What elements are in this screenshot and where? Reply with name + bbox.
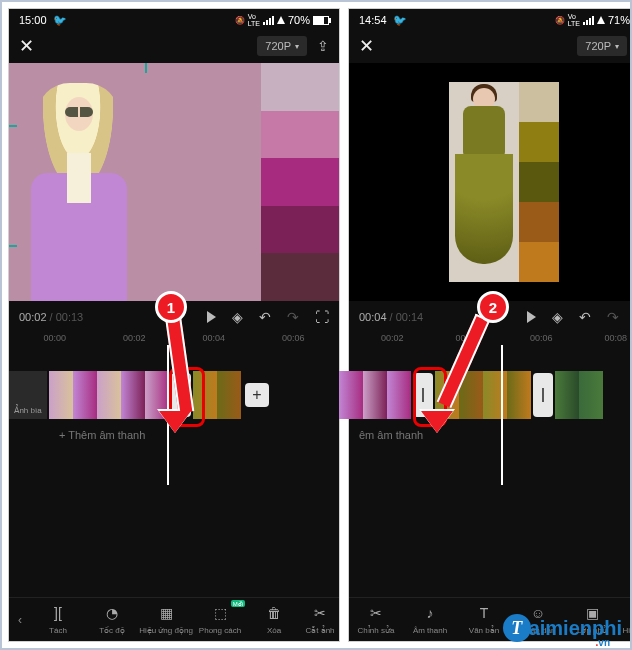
speed-icon: ◔ xyxy=(103,604,121,622)
status-bar: 15:00 🐦 🔕 VoLTE 70% xyxy=(9,9,339,29)
tool-delete[interactable]: 🗑Xóa xyxy=(247,604,301,635)
callout-badge-2: 2 xyxy=(477,291,509,323)
editor-topbar: ✕ 720P▾ ⇪ xyxy=(9,29,339,63)
transition-button-2[interactable] xyxy=(533,373,553,417)
chevron-down-icon: ▾ xyxy=(615,42,619,51)
lte-icon: VoLTE xyxy=(568,13,580,27)
phone-right: 14:54 🐦 🔕 VoLTE 71% ✕ 720P▾ ⇪ xyxy=(348,8,632,642)
resolution-selector[interactable]: 720P▾ xyxy=(257,36,307,56)
tool-crop[interactable]: ✂Cắt ảnh xyxy=(301,604,339,635)
color-swatches xyxy=(261,63,339,301)
mute-icon: 🔕 xyxy=(235,16,245,25)
preview-area[interactable] xyxy=(9,63,339,301)
redo-icon[interactable]: ↷ xyxy=(287,309,299,325)
signal-icon xyxy=(583,16,594,25)
text-icon: T xyxy=(475,604,493,622)
tutorial-frame: 15:00 🐦 🔕 VoLTE 70% ✕ 720P▾ ⇪ xyxy=(0,0,632,650)
add-audio-button[interactable]: êm âm thanh xyxy=(359,429,423,441)
close-icon[interactable]: ✕ xyxy=(359,35,374,57)
total-time: / 00:14 xyxy=(390,311,424,323)
crop-icon: ✂ xyxy=(311,604,329,622)
total-time: / 00:13 xyxy=(50,311,84,323)
status-bar: 14:54 🐦 🔕 VoLTE 71% xyxy=(349,9,632,29)
editor-topbar: ✕ 720P▾ ⇪ xyxy=(349,29,632,63)
undo-icon[interactable]: ↶ xyxy=(259,309,271,325)
battery-pct: 70% xyxy=(288,14,310,26)
play-icon[interactable] xyxy=(527,311,536,323)
fullscreen-icon[interactable]: ⛶ xyxy=(315,309,329,325)
chevron-down-icon: ▾ xyxy=(295,42,299,51)
clip-3[interactable] xyxy=(555,371,603,419)
playhead[interactable] xyxy=(501,345,503,485)
resolution-selector[interactable]: 720P▾ xyxy=(577,36,627,56)
split-icon: ][ xyxy=(49,604,67,622)
color-swatches xyxy=(519,82,559,282)
back-icon[interactable]: ‹ xyxy=(9,613,31,627)
tool-audio[interactable]: ♪Âm thanh xyxy=(403,604,457,635)
delete-icon: 🗑 xyxy=(265,604,283,622)
undo-icon[interactable]: ↶ xyxy=(579,309,591,325)
style-icon: ⬚ xyxy=(211,604,229,622)
preview-area[interactable] xyxy=(349,63,632,301)
callout-arrow-2 xyxy=(475,317,491,433)
tool-split[interactable]: ][Tách xyxy=(31,604,85,635)
current-time: 00:02 xyxy=(19,311,47,323)
status-time: 15:00 xyxy=(19,14,47,26)
battery-icon xyxy=(313,16,329,25)
status-time: 14:54 xyxy=(359,14,387,26)
watermark-logo-icon: T xyxy=(503,614,531,642)
wifi-icon xyxy=(597,16,605,24)
tool-speed[interactable]: ◔Tốc độ xyxy=(85,604,139,635)
redo-icon[interactable]: ↷ xyxy=(607,309,619,325)
current-time: 00:04 xyxy=(359,311,387,323)
wifi-icon xyxy=(277,16,285,24)
export-icon[interactable]: ⇪ xyxy=(317,38,329,54)
music-icon: ♪ xyxy=(421,604,439,622)
tool-style[interactable]: ⬚Phong cáchMới xyxy=(193,604,247,635)
watermark: T aimienphi ..vnvn xyxy=(503,614,622,642)
signal-icon xyxy=(263,16,274,25)
preview-image xyxy=(9,63,261,301)
keyframe-icon[interactable]: ◈ xyxy=(552,309,563,325)
play-icon[interactable] xyxy=(207,311,216,323)
keyframe-icon[interactable]: ◈ xyxy=(232,309,243,325)
callout-badge-1: 1 xyxy=(155,291,187,323)
preview-image xyxy=(449,82,559,282)
phone-left: 15:00 🐦 🔕 VoLTE 70% ✕ 720P▾ ⇪ xyxy=(8,8,340,642)
tool-animation[interactable]: ▦Hiệu ứng động xyxy=(139,604,193,635)
clip-1[interactable] xyxy=(339,371,411,419)
lte-icon: VoLTE xyxy=(248,13,260,27)
add-clip-button[interactable]: + xyxy=(245,383,269,407)
add-audio-button[interactable]: + Thêm âm thanh xyxy=(59,429,145,441)
animation-icon: ▦ xyxy=(157,604,175,622)
close-icon[interactable]: ✕ xyxy=(19,35,34,57)
bottom-toolbar: ‹ ][Tách ◔Tốc độ ▦Hiệu ứng động ⬚Phong c… xyxy=(9,597,339,641)
callout-arrow-1 xyxy=(165,317,201,433)
scissors-icon: ✂ xyxy=(367,604,385,622)
clip-1[interactable] xyxy=(49,371,169,419)
mute-icon: 🔕 xyxy=(555,16,565,25)
tool-edit[interactable]: ✂Chỉnh sửa xyxy=(349,604,403,635)
battery-pct: 71% xyxy=(608,14,630,26)
cover-button[interactable]: Ảnh bìa xyxy=(9,371,47,419)
